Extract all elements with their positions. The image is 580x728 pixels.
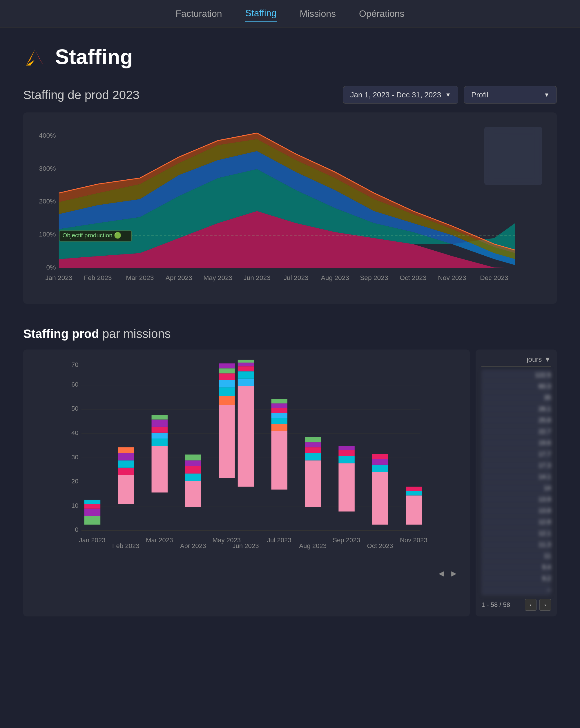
bar-chart-section: Staffing prod par missions [23,327,557,617]
svg-rect-82 [272,431,287,490]
legend-page-info: 1 - 58 / 58 [481,601,510,608]
legend-value-15: 12.1 [481,528,551,539]
svg-rect-63 [152,415,168,419]
svg-text:Nov 2023: Nov 2023 [438,274,466,281]
bar-chart-svg: 0 10 20 30 40 50 60 70 [35,361,458,554]
nav-missions[interactable]: Missions [300,5,336,22]
svg-text:Sep 2023: Sep 2023 [333,537,360,544]
svg-rect-91 [305,447,321,453]
svg-rect-60 [152,433,168,439]
svg-rect-85 [272,413,287,418]
bar-chart-next-button[interactable]: ► [450,569,458,578]
page-content: Staffing Staffing de prod 2023 Jan 1, 20… [0,28,580,657]
bar-chart-prev-button[interactable]: ◄ [437,569,446,578]
svg-text:Apr 2023: Apr 2023 [166,274,192,281]
svg-rect-98 [372,472,388,524]
svg-rect-84 [272,418,287,424]
svg-text:40: 40 [71,429,79,437]
date-range-dropdown[interactable]: Jan 1, 2023 - Dec 31, 2023 ▼ [343,86,458,104]
svg-text:Mar 2023: Mar 2023 [126,274,154,281]
legend-value-6: 22.7 [481,426,551,437]
svg-rect-104 [406,487,422,491]
svg-text:60: 60 [71,381,79,388]
svg-text:Objectif production 🟢: Objectif production 🟢 [62,232,122,239]
svg-text:Sep 2023: Sep 2023 [360,274,388,281]
svg-text:Jan 2023: Jan 2023 [45,274,73,281]
svg-text:50: 50 [71,405,79,412]
legend-value-12: 13.9 [481,494,551,505]
bar-chart-title: Staffing prod par missions [23,327,557,341]
svg-rect-87 [272,404,287,408]
nav-operations[interactable]: Opérations [359,5,405,22]
legend-value-10: 14.1 [481,471,551,483]
svg-rect-57 [118,447,134,453]
svg-rect-49 [84,516,100,524]
nav-staffing[interactable]: Staffing [245,5,277,22]
svg-rect-99 [372,465,388,472]
legend-footer: 1 - 58 / 58 ‹ › [481,596,551,610]
profile-dropdown[interactable]: Profil ▼ [464,86,557,104]
svg-rect-71 [219,388,235,396]
profile-arrow-icon: ▼ [544,92,550,98]
legend-value-9: 17.3 [481,460,551,471]
legend-value-7: 19.6 [481,437,551,449]
svg-rect-89 [305,461,321,507]
svg-rect-79 [238,366,254,371]
legend-value-4: 26.1 [481,404,551,415]
svg-text:Jun 2023: Jun 2023 [232,542,259,549]
legend-next-button[interactable]: › [539,599,551,610]
page-header: Staffing [23,45,557,69]
svg-marker-2 [35,50,44,66]
legend-prev-button[interactable]: ‹ [525,599,536,610]
svg-rect-95 [338,456,354,463]
svg-text:Jan 2023: Jan 2023 [79,537,105,544]
svg-rect-86 [272,408,287,413]
legend-value-19: 9.2 [481,573,551,584]
legend-value-20: -- [481,584,551,596]
svg-text:Jul 2023: Jul 2023 [267,537,292,544]
svg-text:Apr 2023: Apr 2023 [180,542,206,549]
svg-rect-92 [305,442,321,447]
legend-value-14: 12.8 [481,516,551,528]
svg-text:Nov 2023: Nov 2023 [400,537,427,544]
svg-text:Feb 2023: Feb 2023 [84,274,112,281]
svg-text:100%: 100% [39,230,56,238]
svg-text:0%: 0% [46,263,56,271]
svg-rect-58 [152,446,168,492]
svg-text:30: 30 [71,453,79,461]
svg-rect-51 [84,504,100,509]
svg-rect-80 [238,363,254,366]
svg-rect-53 [118,475,134,504]
bar-section-content: 0 10 20 30 40 50 60 70 [23,349,557,617]
nav-facturation[interactable]: Facturation [175,5,222,22]
svg-text:Aug 2023: Aug 2023 [299,542,327,549]
svg-rect-55 [118,461,134,468]
svg-text:Feb 2023: Feb 2023 [112,542,140,549]
legend-page-nav: ‹ › [525,599,551,610]
svg-rect-94 [338,463,354,512]
line-chart-section-header: Staffing de prod 2023 Jan 1, 2023 - Dec … [23,86,557,104]
svg-rect-102 [406,495,422,524]
legend-panel: jours ▼ 122.5 60.3 35 26.1 25.8 22.7 19.… [476,349,557,617]
legend-sort-label[interactable]: jours ▼ [527,355,551,363]
svg-rect-77 [238,379,254,386]
svg-rect-100 [372,459,388,465]
svg-rect-68 [185,454,201,460]
svg-rect-103 [406,491,422,495]
svg-text:400%: 400% [39,132,56,139]
svg-rect-101 [372,454,388,459]
svg-rect-76 [238,386,254,487]
svg-text:May 2023: May 2023 [204,274,233,281]
svg-rect-93 [305,437,321,442]
svg-text:Oct 2023: Oct 2023 [367,542,393,549]
line-chart-wrapper: 0% 100% 200% 300% 400% [35,124,545,292]
svg-rect-72 [219,380,235,387]
legend-value-17: 11 [481,550,551,562]
svg-rect-65 [185,473,201,481]
date-range-arrow-icon: ▼ [445,92,451,98]
svg-marker-3 [26,60,35,66]
svg-text:10: 10 [71,502,79,509]
svg-rect-54 [118,468,134,475]
legend-value-13: 13.8 [481,505,551,516]
legend-value-5: 25.8 [481,415,551,426]
